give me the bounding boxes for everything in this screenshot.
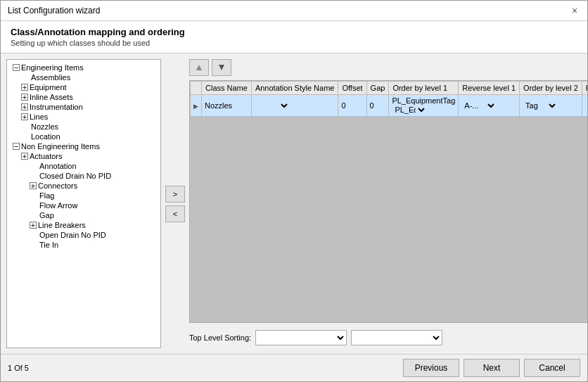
tree-item-gap[interactable]: Gap <box>7 210 160 220</box>
tree-item-location[interactable]: Location <box>7 132 160 141</box>
class-name-value: Nozzles <box>205 101 232 110</box>
tree-item-tie-in[interactable]: Tie In <box>7 240 160 250</box>
tree-item-flag[interactable]: Flag <box>7 191 160 200</box>
reverse-1-select[interactable]: A-... <box>461 101 497 110</box>
previous-button[interactable]: Previous <box>403 359 459 377</box>
dialog-container: List Configuration wizard × Class/Annota… <box>0 0 588 382</box>
col-header-order-2: Order by level 2 <box>520 82 582 95</box>
gap-value: 0 <box>370 101 374 110</box>
expand-icon: + <box>30 182 37 189</box>
tree-item-instrumentation[interactable]: + Instrumentation <box>7 102 160 112</box>
grid-container: Class Name Annotation Style Name Offset … <box>189 80 587 323</box>
order-by-1-value: PL_EquipmentTag <box>392 96 455 105</box>
reverse-1-cell[interactable]: A-... <box>459 95 520 117</box>
order-by-2-select[interactable]: Tag <box>523 101 558 110</box>
down-arrow-icon <box>218 64 225 71</box>
footer-buttons: Previous Next Cancel <box>403 359 580 377</box>
tree-label: Non Engineering Items <box>21 142 100 151</box>
col-header-reverse-1: Reverse level 1 <box>459 82 520 95</box>
col-header-arrow <box>191 82 202 95</box>
cancel-button[interactable]: Cancel <box>524 359 580 377</box>
tree-label: Lines <box>30 113 48 121</box>
next-button[interactable]: Next <box>464 359 520 377</box>
header-section: Class/Annotation mapping and ordering Se… <box>1 21 587 53</box>
footer: 1 Of 5 Previous Next Cancel <box>1 354 587 381</box>
annotation-style-cell[interactable]: PET_10_... <box>251 95 338 117</box>
table-row: ▶ Nozzles PET_10_... 0 <box>191 95 588 117</box>
tree-item-connectors[interactable]: + Connectors <box>7 181 160 191</box>
move-up-button[interactable] <box>189 59 209 76</box>
toolbar-row <box>189 59 587 76</box>
expand-icon: + <box>30 222 37 229</box>
close-button[interactable]: × <box>569 5 580 16</box>
tree-item-line-breakers[interactable]: + Line Breakers <box>7 220 160 230</box>
tree-label: Actuators <box>30 152 62 160</box>
annotation-style-select[interactable] <box>255 101 290 110</box>
tree-panel: − Engineering Items Assemblies + Equipme… <box>6 59 161 348</box>
col-header-order-1: Order by level 1 <box>389 82 459 95</box>
add-button[interactable]: > <box>165 186 185 203</box>
order-by-1-select[interactable]: PL_EquipmentTag <box>392 105 427 115</box>
expand-icon: + <box>21 113 28 120</box>
tree-item-closed-drain[interactable]: Closed Drain No PID <box>7 171 160 181</box>
col-header-annotation-style: Annotation Style Name <box>251 82 338 95</box>
expand-icon: + <box>21 153 28 160</box>
offset-cell: 0 <box>338 95 366 117</box>
order-by-2-cell[interactable]: Tag <box>520 95 582 117</box>
dialog-title: List Configuration wizard <box>8 6 100 15</box>
svg-marker-0 <box>196 65 202 70</box>
tree-label: Assemblies <box>31 73 70 82</box>
tree-item-open-drain[interactable]: Open Drain No PID <box>7 230 160 240</box>
tree-item-actuators[interactable]: + Actuators <box>7 151 160 161</box>
class-name-cell: Nozzles <box>202 95 252 117</box>
order-by-1-cell[interactable]: PL_EquipmentTag PL_EquipmentTag <box>389 95 459 117</box>
sorting-select-2[interactable] <box>351 330 442 345</box>
tree-item-flow-arrow[interactable]: Flow Arrow <box>7 200 160 210</box>
offset-value: 0 <box>341 101 345 110</box>
tree-item-equipment[interactable]: + Equipment <box>7 82 160 92</box>
tree-label: Inline Assets <box>30 93 73 101</box>
remove-button[interactable]: < <box>165 205 185 222</box>
sorting-label: Top Level Sorting: <box>189 333 251 342</box>
up-arrow-icon <box>196 64 203 71</box>
tree-label: Equipment <box>30 83 67 91</box>
table-header-row: Class Name Annotation Style Name Offset … <box>191 82 588 95</box>
row-arrow-cell: ▶ <box>191 95 202 117</box>
col-header-class-name: Class Name <box>202 82 252 95</box>
tree-label: Flag <box>39 191 54 200</box>
title-bar: List Configuration wizard × <box>1 1 587 21</box>
tree-label: Engineering Items <box>21 63 84 72</box>
header-subtitle: Setting up which classes should be used <box>11 39 577 47</box>
tree-label: Nozzles <box>31 122 58 131</box>
move-down-button[interactable] <box>212 59 231 76</box>
sorting-row: Top Level Sorting: <box>189 327 587 348</box>
tree-item-nozzles[interactable]: Nozzles <box>7 122 160 132</box>
sorting-select-1[interactable] <box>255 330 347 345</box>
expand-icon: + <box>21 84 28 91</box>
right-panel: Class Name Annotation Style Name Offset … <box>189 59 587 348</box>
gap-cell: 0 <box>366 95 389 117</box>
grid-table: Class Name Annotation Style Name Offset … <box>190 81 587 117</box>
tree-label: Connectors <box>38 182 77 190</box>
expand-icon: − <box>13 143 20 150</box>
reverse-2-cell[interactable]: A-... <box>582 95 587 117</box>
main-content: − Engineering Items Assemblies + Equipme… <box>1 53 587 354</box>
tree-item-inline-assets[interactable]: + Inline Assets <box>7 92 160 102</box>
row-arrow-icon: ▶ <box>193 103 198 110</box>
tree-label: Line Breakers <box>38 221 86 229</box>
tree-item-non-eng[interactable]: − Non Engineering Items <box>7 141 160 151</box>
tree-label: Flow Arrow <box>39 201 77 210</box>
tree-item-assemblies[interactable]: Assemblies <box>7 72 160 82</box>
reverse-2-select[interactable]: A-... <box>585 101 587 110</box>
col-header-reverse-2: Reverse level 2 <box>582 82 587 95</box>
tree-item-eng-items[interactable]: − Engineering Items <box>7 63 160 72</box>
tree-item-annotation[interactable]: Annotation <box>7 161 160 171</box>
expand-icon: + <box>21 103 28 110</box>
tree-label: Instrumentation <box>30 103 83 111</box>
header-title: Class/Annotation mapping and ordering <box>11 27 577 37</box>
tree-item-lines[interactable]: + Lines <box>7 112 160 122</box>
tree-label: Gap <box>39 211 54 219</box>
expand-icon: − <box>13 64 20 71</box>
tree-label: Location <box>31 132 60 141</box>
expand-icon: + <box>21 94 28 101</box>
